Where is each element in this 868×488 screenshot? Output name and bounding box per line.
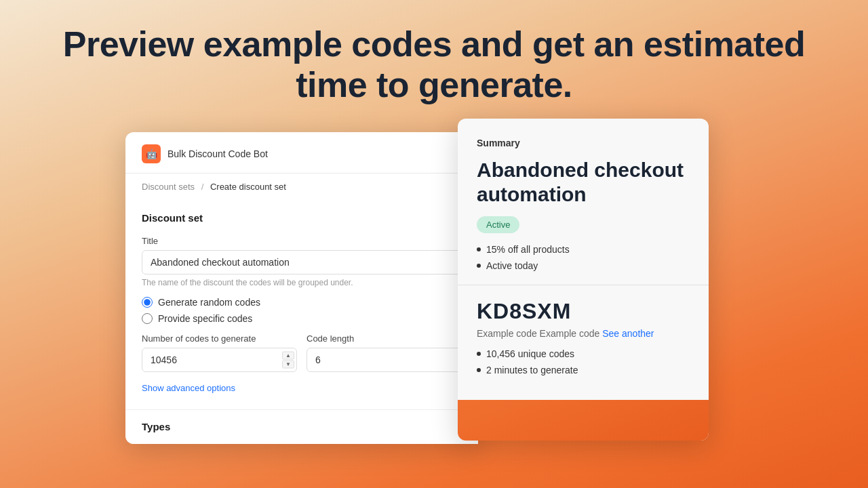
number-of-codes-input[interactable] [142,348,297,372]
title-field-group: Title The name of the discount the codes… [142,236,462,287]
app-icon: 🤖 [142,144,161,163]
summary-card: Summary Abandoned checkout automation Ac… [458,119,709,441]
summary-bullet-discount-text: 15% off all products [486,244,570,255]
example-bullet-time: 2 minutes to generate [477,365,690,375]
status-badge: Active [477,216,519,233]
example-bullet-codes: 10,456 unique codes [477,348,690,359]
app-icon-emoji: 🤖 [146,148,157,159]
code-length-wrapper [307,348,462,372]
types-bar: Types [125,409,478,444]
radio-specific-input[interactable] [142,313,153,324]
summary-label: Summary [477,138,690,148]
summary-automation-name: Abandoned checkout automation [477,158,690,207]
app-header: 🤖 Bulk Discount Code Bot [125,132,478,174]
cards-container: 🤖 Bulk Discount Code Bot Discount sets /… [125,132,736,444]
types-title: Types [142,421,170,432]
example-code-label: Example code Example code See another [477,328,690,339]
example-code: KD8SXM [477,299,690,324]
summary-bullet-active-text: Active today [486,260,538,271]
breadcrumb-separator: / [201,182,204,192]
bullet-dot-4 [477,368,481,372]
number-of-codes-label: Number of codes to generate [142,333,297,344]
example-bullet-time-text: 2 minutes to generate [486,365,578,375]
summary-divider [458,285,709,285]
discount-set-title: Discount set [142,212,462,224]
show-advanced-button[interactable]: Show advanced options [142,383,235,393]
radio-random-label: Generate random codes [158,297,260,308]
bullet-dot-2 [477,264,481,268]
example-code-label-text: Example code [540,328,600,339]
breadcrumb: Discount sets / Create discount set [125,174,478,199]
radio-specific-label: Provide specific codes [158,313,252,324]
breadcrumb-current: Create discount set [210,182,286,192]
summary-bullets: 15% off all products Active today [477,244,690,271]
bullet-dot-3 [477,352,481,356]
title-hint: The name of the discount the codes will … [142,278,462,287]
number-of-codes-group: Number of codes to generate ▲ ▼ [142,333,297,372]
number-of-codes-wrapper: ▲ ▼ [142,348,297,372]
radio-specific: Provide specific codes [142,313,462,324]
breadcrumb-parent[interactable]: Discount sets [142,182,195,192]
see-another-link[interactable]: See another [602,328,654,339]
example-code-section: KD8SXM Example code Example code See ano… [477,299,690,400]
summary-bullet-discount: 15% off all products [477,244,690,255]
radio-random: Generate random codes [142,297,462,308]
title-label: Title [142,236,462,246]
bullet-dot-1 [477,247,481,251]
form-body: Discount set Title The name of the disco… [125,199,478,410]
code-length-input[interactable] [307,348,462,372]
hero-title: Preview example codes and get an estimat… [0,0,868,126]
example-bullets: 10,456 unique codes 2 minutes to generat… [477,348,690,375]
summary-card-bottom-decoration [458,400,709,441]
code-length-group: Code length [307,333,462,372]
increment-codes-button[interactable]: ▲ [282,352,294,360]
title-input[interactable] [142,250,462,274]
decrement-codes-button[interactable]: ▼ [282,361,294,369]
example-bullet-codes-text: 10,456 unique codes [486,348,574,359]
quantity-length-fields: Number of codes to generate ▲ ▼ Code len… [142,333,462,372]
code-type-radio-group: Generate random codes Provide specific c… [142,297,462,324]
form-card: 🤖 Bulk Discount Code Bot Discount sets /… [125,132,478,444]
summary-bullet-active: Active today [477,260,690,271]
number-of-codes-stepper: ▲ ▼ [282,352,294,369]
code-length-label: Code length [307,333,462,344]
app-name: Bulk Discount Code Bot [167,148,268,159]
radio-random-input[interactable] [142,297,153,308]
